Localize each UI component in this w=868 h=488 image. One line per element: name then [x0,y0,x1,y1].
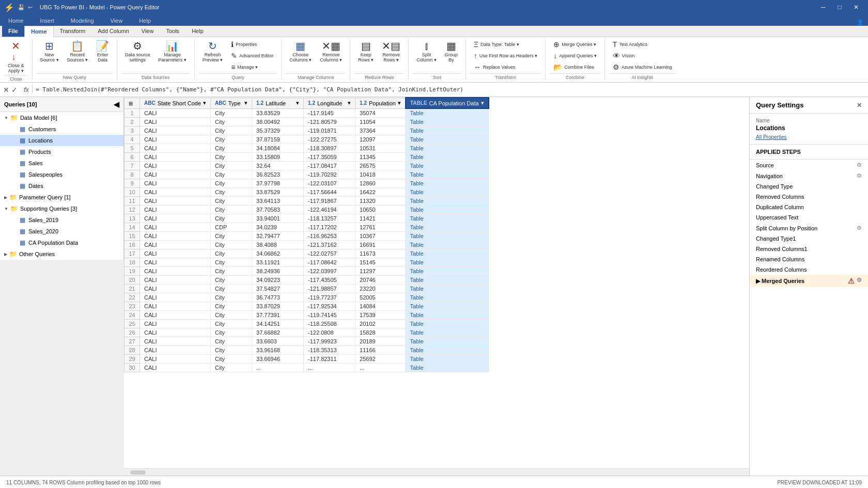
col-header-longitude[interactable]: 1.2 Longitude ▾ [304,98,355,108]
step-item-removed-columns1[interactable]: Removed Columns1 [750,244,868,254]
type-filter-icon[interactable]: ▾ [244,100,247,106]
step-item-changed-type[interactable]: Changed Type [750,181,868,192]
sidebar-item-customers[interactable]: ▦ Customers [0,123,123,135]
properties-close-icon[interactable]: ✕ [857,102,862,109]
azure-ml-button[interactable]: ⚙ Azure Machine Learning [609,62,676,72]
data-cell: -119.74145 [304,311,355,320]
app-tab-home[interactable]: Home [0,15,32,26]
step-item-removed-columns[interactable]: Removed Columns [750,192,868,202]
ribbon-tab-help[interactable]: Help [185,26,210,37]
col-header-type[interactable]: ABC Type ▾ [211,98,252,108]
advanced-editor-button[interactable]: ✎ Advanced Editor [227,51,277,61]
data-cell: City [211,276,252,285]
col-header-ca-population-data[interactable]: TABLE CA Population Data ▾ [406,98,489,108]
sidebar-item-sales[interactable]: ▦ Sales [0,158,123,169]
latitude-filter-icon[interactable]: ▾ [296,100,299,106]
data-cell: CALI [140,223,211,232]
manage-button[interactable]: ≡ Manage ▾ [227,62,277,72]
col-header-state-short-code[interactable]: ABC State Short Code ▾ [140,98,211,108]
use-first-row-button[interactable]: ↑ Use First Row as Headers ▾ [470,51,541,61]
step-item-changed-type1[interactable]: Changed Type1 [750,233,868,244]
vision-button[interactable]: 👁 Vision [609,51,638,61]
app-tab-view[interactable]: View [102,15,131,26]
split-column-button[interactable]: ⫿ SplitColumn ▾ [413,39,440,64]
formula-confirm-icon[interactable]: ✓ [11,86,18,94]
col-header-population[interactable]: 1.2 Population ▾ [355,98,406,108]
keep-rows-button[interactable]: ▤ KeepRows ▾ [354,39,377,64]
population-filter-icon[interactable]: ▾ [398,100,401,106]
formula-cancel-icon[interactable]: ✕ [3,86,9,94]
step-item-renamed-columns[interactable]: Renamed Columns [750,254,868,264]
sidebar-item-dates[interactable]: ▦ Dates [0,180,123,192]
query-group-data-model-header[interactable]: ▼ 📁 Data Model [6] [0,112,123,123]
close-apply-button[interactable]: ✕↓ Close &Apply ▾ [4,39,28,75]
close-button[interactable]: ✕ [848,2,864,12]
formula-input[interactable] [36,86,865,93]
ribbon-tab-transform[interactable]: Transform [54,26,92,37]
replace-values-button[interactable]: ↔ Replace Values [470,62,519,72]
sidebar-collapse-button[interactable]: ◀ [114,100,119,108]
text-analytics-button[interactable]: T Text Analytics [609,39,651,50]
step-gear-source[interactable]: ⚙ [857,162,862,168]
state-short-code-filter-icon[interactable]: ▾ [203,100,206,106]
transform-group-label: Transform [470,73,541,80]
sidebar-item-sales-2020[interactable]: ▦ Sales_2020 [0,226,123,237]
append-queries-button[interactable]: ↓ Append Queries ▾ [550,51,600,61]
step-item-reordered-columns[interactable]: Reordered Columns [750,264,868,275]
remove-rows-button[interactable]: ✕▤ RemoveRows ▾ [378,39,404,64]
step-item-source[interactable]: Source⚙ [750,160,868,170]
ribbon-tab-view[interactable]: View [135,26,160,37]
ribbon-tab-tools[interactable]: Tools [160,26,185,37]
step-item-merged-queries[interactable]: ▶ Merged Queries⚠⚙ [750,275,868,287]
maximize-button[interactable]: □ [832,2,847,12]
sidebar: Queries [10] ◀ ▼ 📁 Data Model [6] ▦ Cust… [0,97,124,260]
sidebar-item-locations[interactable]: ▦ Locations [0,135,123,146]
new-source-button[interactable]: ⊞ NewSource ▾ [37,39,63,64]
sidebar-item-sales-2019[interactable]: ▦ Sales_2019 [0,214,123,226]
enter-data-button[interactable]: 📝 EnterData [92,39,113,64]
step-item-duplicated-column[interactable]: Duplicated Column [750,202,868,212]
query-group-supporting-header[interactable]: ▼ 📁 Supporting Queries [3] [0,203,123,214]
minimize-button[interactable]: ─ [815,2,831,12]
sidebar-item-products[interactable]: ▦ Products [0,146,123,158]
app-tab-help[interactable]: Help [131,15,159,26]
col-header-latitude[interactable]: 1.2 Latitude ▾ [252,98,304,108]
step-item-navigation[interactable]: Navigation⚙ [750,170,868,181]
app-tab-modeling[interactable]: Modeling [63,15,102,26]
query-group-parameter-header[interactable]: ▶ 📁 Parameter Query [1] [0,192,123,203]
group-by-button[interactable]: ▦ GroupBy [441,39,461,64]
step-gear-merged-queries[interactable]: ⚙ [857,277,862,285]
grid-container[interactable]: ⊞ ABC State Short Code ▾ ABC [124,97,749,468]
ribbon-tab-home[interactable]: Home [24,26,54,37]
properties-button[interactable]: ℹ Properties [227,39,277,50]
data-cell: 11166 [355,346,406,355]
sidebar-item-salespeoples[interactable]: ▦ Salespeoples [0,169,123,180]
choose-columns-button[interactable]: ▦ ChooseColumns ▾ [286,39,315,64]
query-group-other-header[interactable]: ▶ 📁 Other Queries [0,248,123,260]
merge-queries-button[interactable]: ⊕ Merge Queries ▾ [550,39,600,50]
data-cell: -117.43505 [304,276,355,285]
combine-files-button[interactable]: 📂 Combine Files [550,62,598,72]
ribbon-tab-add-column[interactable]: Add Column [91,26,135,37]
all-properties-link[interactable]: All Properties [756,134,786,140]
data-type-button[interactable]: Ξ Data Type: Table ▾ [470,39,523,50]
ca-pop-data-cell: Table [406,144,489,153]
step-item-split-column-by-position[interactable]: Split Column by Position⚙ [750,223,868,233]
remove-columns-button[interactable]: ✕▦ RemoveColumns ▾ [316,39,346,64]
ribbon-tab-file[interactable]: File [2,26,24,37]
step-gear-split-column-by-position[interactable]: ⚙ [857,225,862,231]
data-cell: -118.30897 [304,144,355,153]
sidebar-item-ca-population[interactable]: ▦ CA Population Data [0,237,123,248]
data-type-icon: Ξ [474,41,478,48]
step-gear-navigation[interactable]: ⚙ [857,172,862,179]
datasource-settings-button[interactable]: ⚙ Data sourcesettings [121,39,154,64]
app-tab-insert[interactable]: Insert [32,15,63,26]
horizontal-scrollbar[interactable] [124,468,749,476]
longitude-filter-icon[interactable]: ▾ [348,100,351,106]
manage-parameters-button[interactable]: 📊 ManageParameters ▾ [155,39,190,64]
step-item-uppercased-text[interactable]: Uppercased Text [750,212,868,223]
account-icon[interactable]: 👤 [853,19,868,26]
refresh-preview-button[interactable]: ↻ RefreshPreview ▾ [199,39,227,64]
recent-sources-button[interactable]: 📋 RecentSources ▾ [64,39,92,64]
ca-pop-filter-icon[interactable]: ▾ [481,100,484,106]
